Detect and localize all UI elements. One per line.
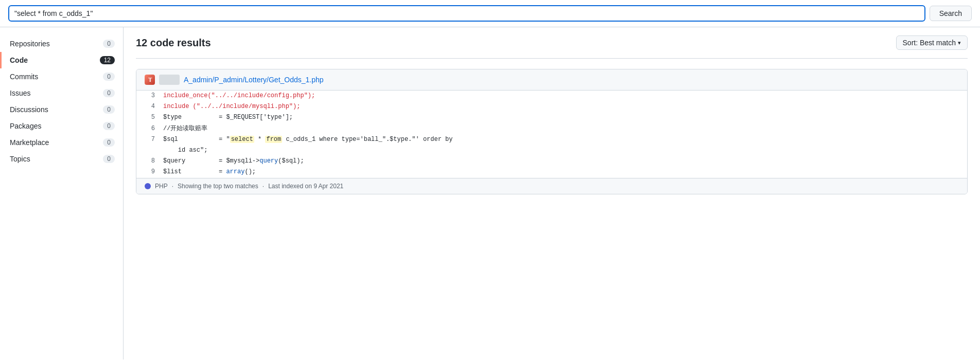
main-content: 12 code results Sort: Best match 𝕋 A_adm…: [124, 27, 980, 359]
sidebar-item-topics[interactable]: Topics0: [0, 151, 123, 167]
code-line: 3include_once("../../include/config.php"…: [136, 91, 967, 101]
repo-icon: 𝕋: [145, 75, 155, 85]
code-line: 8$query = $mysqli->query($sql);: [136, 156, 967, 167]
sidebar-label-topics: Topics: [10, 155, 103, 163]
sidebar-label-commits: Commits: [10, 73, 103, 81]
lang-dot: [145, 183, 151, 189]
result-card-footer: PHP · Showing the top two matches · Last…: [136, 178, 967, 194]
footer-note: Showing the top two matches: [178, 183, 258, 190]
line-code: $query = $mysqli->query($sql);: [163, 156, 967, 166]
search-input-wrap: [8, 5, 925, 22]
main-layout: Repositories0Code12Commits0Issues0Discus…: [0, 27, 980, 359]
search-input[interactable]: [14, 9, 919, 17]
sidebar-badge-commits: 0: [103, 73, 115, 81]
search-button[interactable]: Search: [930, 6, 972, 21]
sidebar-label-marketplace: Marketplace: [10, 138, 103, 147]
line-number: 4: [136, 102, 163, 112]
line-code: //开始读取赔率: [163, 124, 967, 134]
code-text: include_once("../../include/config.php")…: [163, 92, 315, 99]
footer-date: Last indexed on 9 Apr 2021: [268, 183, 343, 190]
line-code: include ("../../include/mysqli.php");: [163, 102, 967, 112]
file-link[interactable]: A_admin/P_admin/Lottery/Get_Odds_1.php: [184, 76, 324, 84]
results-header: 12 code results Sort: Best match: [136, 35, 968, 50]
code-line: 7$sql = "select * from c_odds_1 where ty…: [136, 134, 967, 145]
sidebar-badge-marketplace: 0: [103, 138, 115, 147]
sidebar-label-repositories: Repositories: [10, 40, 103, 48]
code-text: array: [226, 168, 244, 175]
line-code: include_once("../../include/config.php")…: [163, 91, 967, 101]
code-line: 4include ("../../include/mysqli.php");: [136, 101, 967, 112]
highlighted-text: select: [230, 136, 254, 143]
line-number: 7: [136, 135, 163, 145]
code-line: 6//开始读取赔率: [136, 123, 967, 134]
result-card-header: 𝕋 A_admin/P_admin/Lottery/Get_Odds_1.php: [136, 69, 967, 91]
code-line: id asc";: [136, 145, 967, 156]
line-number: 5: [136, 113, 163, 122]
line-number: 3: [136, 91, 163, 101]
sidebar-label-code: Code: [10, 56, 100, 64]
sidebar-badge-discussions: 0: [103, 105, 115, 114]
footer-separator: ·: [172, 183, 173, 190]
line-code: $type = $_REQUEST['type'];: [163, 113, 967, 122]
footer-separator2: ·: [262, 183, 264, 190]
line-code: $list = array();: [163, 167, 967, 177]
divider: [136, 58, 968, 59]
sidebar-item-marketplace[interactable]: Marketplace0: [0, 134, 123, 151]
sidebar-item-code[interactable]: Code12: [0, 52, 123, 68]
sidebar-item-commits[interactable]: Commits0: [0, 68, 123, 85]
code-line: 9$list = array();: [136, 167, 967, 177]
footer-lang: PHP: [155, 183, 168, 190]
top-bar: Search: [0, 0, 980, 27]
sidebar-badge-code: 12: [100, 56, 115, 64]
sidebar-label-discussions: Discussions: [10, 105, 103, 114]
sidebar-label-packages: Packages: [10, 122, 103, 130]
code-text: query: [259, 157, 278, 165]
sidebar: Repositories0Code12Commits0Issues0Discus…: [0, 27, 124, 359]
line-code: $sql = "select * from c_odds_1 where typ…: [163, 135, 967, 145]
line-number: 6: [136, 124, 163, 134]
sidebar-badge-packages: 0: [103, 122, 115, 130]
results-title: 12 code results: [136, 37, 211, 49]
code-line: 5$type = $_REQUEST['type'];: [136, 112, 967, 123]
sidebar-badge-issues: 0: [103, 89, 115, 97]
line-code: id asc";: [163, 146, 967, 155]
sort-button[interactable]: Sort: Best match: [896, 35, 968, 50]
sidebar-badge-topics: 0: [103, 155, 115, 163]
highlighted-text: from: [265, 136, 282, 143]
line-number: 9: [136, 167, 163, 177]
sidebar-label-issues: Issues: [10, 89, 103, 97]
avatar-blur: [159, 75, 180, 85]
sidebar-item-discussions[interactable]: Discussions0: [0, 101, 123, 118]
sidebar-item-issues[interactable]: Issues0: [0, 85, 123, 101]
sidebar-item-repositories[interactable]: Repositories0: [0, 35, 123, 52]
code-block: 3include_once("../../include/config.php"…: [136, 91, 967, 178]
line-number: 8: [136, 156, 163, 166]
sidebar-badge-repositories: 0: [103, 40, 115, 48]
sidebar-item-packages[interactable]: Packages0: [0, 118, 123, 134]
code-text: include ("../../include/mysqli.php");: [163, 103, 300, 110]
result-card: 𝕋 A_admin/P_admin/Lottery/Get_Odds_1.php…: [136, 69, 968, 194]
